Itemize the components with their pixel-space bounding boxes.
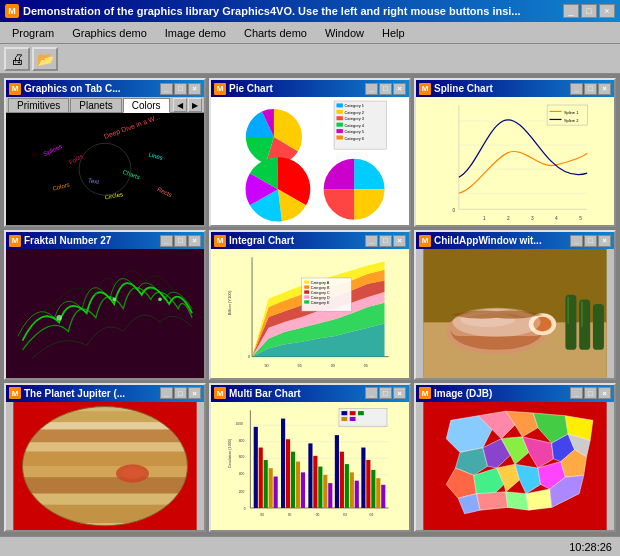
pie-chart-window: M Pie Chart _ □ × Category 1 Category 2 …	[209, 78, 411, 227]
integral-minimize[interactable]: _	[365, 235, 378, 247]
tab-nav-left[interactable]: ◀	[173, 98, 187, 112]
menu-image-demo[interactable]: Image demo	[157, 25, 234, 41]
svg-text:200: 200	[239, 490, 245, 494]
fractal-minimize[interactable]: _	[160, 235, 173, 247]
svg-text:Category 3: Category 3	[344, 116, 364, 121]
jupiter-maximize[interactable]: □	[174, 387, 187, 399]
svg-text:90: 90	[264, 364, 268, 368]
print-button[interactable]: 🖨	[4, 47, 30, 71]
svg-text:400: 400	[239, 472, 245, 476]
svg-rect-94	[358, 411, 364, 415]
integral-maximize[interactable]: □	[379, 235, 392, 247]
multibar-content: Circulation (1000)	[211, 402, 409, 530]
tab-colors[interactable]: Colors	[123, 98, 170, 113]
svg-rect-84	[23, 466, 188, 477]
graphics-tab-maximize[interactable]: □	[174, 83, 187, 95]
svg-text:Category D: Category D	[311, 296, 330, 300]
spline-maximize[interactable]: □	[584, 83, 597, 95]
menu-program[interactable]: Program	[4, 25, 62, 41]
svg-point-40	[56, 315, 61, 320]
menu-charts-demo[interactable]: Charts demo	[236, 25, 315, 41]
svg-text:0: 0	[244, 506, 246, 510]
integral-chart-icon: M	[214, 235, 226, 247]
image-djb-minimize[interactable]: _	[570, 387, 583, 399]
svg-point-41	[112, 298, 116, 302]
tab-planets[interactable]: Planets	[70, 98, 121, 112]
jupiter-content	[6, 402, 204, 530]
pie-minimize[interactable]: _	[365, 83, 378, 95]
integral-chart-window: M Integral Chart _ □ × Billion (Y100)	[209, 230, 411, 379]
svg-rect-126	[366, 460, 370, 508]
spline-minimize[interactable]: _	[570, 83, 583, 95]
svg-text:Circulation (1000): Circulation (1000)	[228, 439, 232, 468]
svg-rect-49	[304, 286, 309, 289]
childapp-minimize[interactable]: _	[570, 235, 583, 247]
status-bar: 10:28:26	[0, 536, 620, 556]
open-button[interactable]: 📂	[32, 47, 58, 71]
svg-rect-108	[269, 468, 273, 508]
svg-text:0: 0	[248, 356, 250, 360]
image-djb-window: M Image (DJB) _ □ ×	[414, 383, 616, 532]
fractal-maximize[interactable]: □	[174, 235, 187, 247]
svg-rect-117	[318, 466, 322, 507]
menu-bar: Program Graphics demo Image demo Charts …	[0, 22, 620, 44]
svg-rect-92	[341, 411, 347, 415]
graphics-tab-minimize[interactable]: _	[160, 83, 173, 95]
svg-rect-51	[304, 291, 309, 294]
svg-rect-109	[274, 476, 278, 507]
svg-rect-107	[264, 460, 268, 508]
fractal-close[interactable]: ×	[188, 235, 201, 247]
jupiter-minimize[interactable]: _	[160, 387, 173, 399]
multibar-titlebar: M Multi Bar Chart _ □ ×	[211, 385, 409, 402]
tab-primitives[interactable]: Primitives	[8, 98, 69, 112]
childapp-maximize[interactable]: □	[584, 235, 597, 247]
tab-nav-right[interactable]: ▶	[188, 98, 202, 112]
childapp-close[interactable]: ×	[598, 235, 611, 247]
pie-chart-icon: M	[214, 83, 226, 95]
svg-text:3: 3	[531, 216, 534, 221]
integral-chart-titlebar: M Integral Chart _ □ ×	[211, 232, 409, 249]
svg-rect-113	[296, 461, 300, 507]
pie-close[interactable]: ×	[393, 83, 406, 95]
svg-rect-95	[341, 417, 347, 421]
fractal-icon: M	[9, 235, 21, 247]
svg-text:95: 95	[288, 513, 292, 517]
pie-maximize[interactable]: □	[379, 83, 392, 95]
graphics-tab-titlebar: M Graphics on Tab C... _ □ ×	[6, 80, 204, 97]
svg-rect-105	[254, 426, 258, 507]
svg-rect-110	[281, 418, 285, 507]
graphics-tab-close[interactable]: ×	[188, 83, 201, 95]
menu-graphics-demo[interactable]: Graphics demo	[64, 25, 155, 41]
image-djb-close[interactable]: ×	[598, 387, 611, 399]
fractal-window: M Fraktal Number 27 _ □ ×	[4, 230, 206, 379]
svg-text:Category 6: Category 6	[344, 136, 364, 141]
title-bar: M Demonstration of the graphics library …	[0, 0, 620, 22]
integral-close[interactable]: ×	[393, 235, 406, 247]
close-button[interactable]: ×	[599, 4, 615, 18]
svg-rect-112	[291, 451, 295, 507]
maximize-button[interactable]: □	[581, 4, 597, 18]
jupiter-close[interactable]: ×	[188, 387, 201, 399]
tab-bar: Primitives Planets Colors ◀ ▶	[6, 97, 204, 113]
svg-text:90: 90	[260, 513, 264, 517]
graphics-tab-content: Deep Dive in a W... Fonts Text Colors Ch…	[6, 113, 204, 225]
menu-window[interactable]: Window	[317, 25, 372, 41]
svg-rect-21	[336, 135, 342, 139]
minimize-button[interactable]: _	[563, 4, 579, 18]
spline-close[interactable]: ×	[598, 83, 611, 95]
svg-text:Text: Text	[88, 177, 100, 185]
menu-help[interactable]: Help	[374, 25, 413, 41]
multibar-close[interactable]: ×	[393, 387, 406, 399]
jupiter-icon: M	[9, 387, 21, 399]
svg-rect-119	[328, 483, 332, 508]
multibar-minimize[interactable]: _	[365, 387, 378, 399]
svg-text:Spline 1: Spline 1	[564, 110, 579, 115]
svg-rect-13	[336, 110, 342, 114]
graphics-canvas: Deep Dive in a W... Fonts Text Colors Ch…	[6, 113, 204, 225]
svg-text:Fonts: Fonts	[68, 153, 84, 166]
image-djb-maximize[interactable]: □	[584, 387, 597, 399]
app-icon: M	[5, 4, 19, 18]
svg-rect-123	[350, 472, 354, 508]
multibar-maximize[interactable]: □	[379, 387, 392, 399]
svg-text:2: 2	[507, 216, 510, 221]
